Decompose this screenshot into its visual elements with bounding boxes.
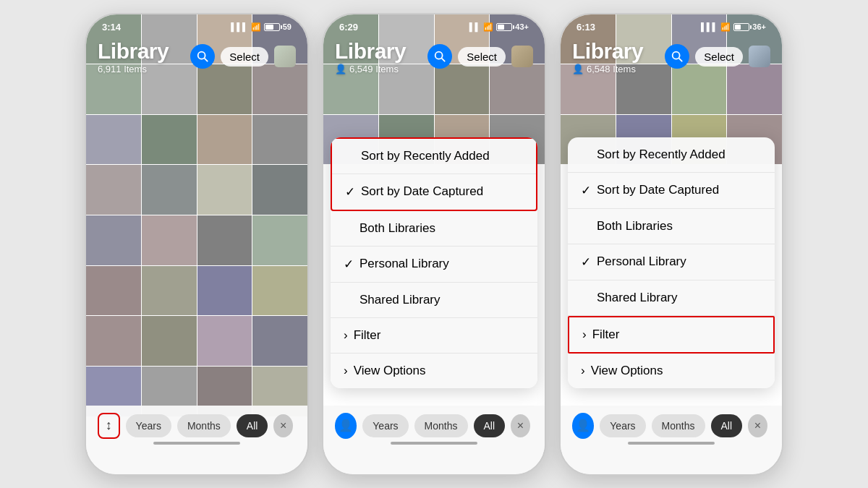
check-icon-2d: ✓ [344, 257, 354, 272]
status-bar-1: 3:14 ▌▌▌ 📶 59 [86, 14, 307, 35]
svg-point-0 [198, 52, 205, 59]
tab-all-1[interactable]: All [237, 414, 268, 437]
dropdown-menu-2: Sort by Recently Added ✓ Sort by Date Ca… [331, 137, 537, 388]
library-title-2: Library [335, 39, 406, 64]
battery-icon-2 [496, 23, 512, 31]
tab-all-3[interactable]: All [711, 414, 743, 437]
menu-sort-recently-2[interactable]: Sort by Recently Added [332, 139, 536, 174]
signal-icon-1: ▌▌▌ [231, 22, 247, 31]
check-icon-3d: ✓ [581, 254, 591, 270]
select-button-1[interactable]: Select [221, 47, 268, 67]
title-block-3: Library 👤 6,548 Items [572, 39, 643, 74]
search-icon-2 [433, 50, 446, 63]
wifi-icon-1: 📶 [251, 22, 261, 32]
item-count-3: 👤 6,548 Items [572, 64, 643, 74]
tab-years-2[interactable]: Years [362, 414, 408, 437]
menu-sort-date-3[interactable]: ✓ Sort by Date Captured [568, 173, 775, 209]
bottom-toolbar-1: ↕ Years Months All × [86, 406, 307, 474]
tab-months-3[interactable]: Months [652, 414, 705, 437]
highlight-group-3: › Filter [568, 316, 775, 354]
menu-shared-library-2[interactable]: Shared Library [331, 283, 537, 318]
search-icon-3 [671, 50, 684, 63]
toolbar-inner-1: ↕ Years Months All × [86, 406, 307, 442]
menu-sort-date-2[interactable]: ✓ Sort by Date Captured [332, 174, 536, 210]
tab-months-2[interactable]: Months [414, 414, 468, 437]
menu-filter-2[interactable]: › Filter [331, 318, 537, 354]
avatar-2 [511, 46, 533, 67]
battery-icon-3 [733, 23, 749, 31]
menu-both-libraries-2[interactable]: Both Libraries [331, 211, 537, 247]
menu-both-libraries-3[interactable]: Both Libraries [568, 209, 775, 244]
menu-filter-3[interactable]: › Filter [569, 317, 773, 352]
bottom-toolbar-2: 👤 Years Months All × [323, 406, 545, 474]
header-actions-3: Select [665, 44, 770, 69]
avatar-1 [274, 46, 296, 67]
svg-line-3 [442, 59, 446, 62]
time-1: 3:14 [102, 22, 121, 33]
close-button-3[interactable]: × [748, 414, 767, 437]
search-icon-1 [196, 50, 209, 63]
phone-1: 3:14 ▌▌▌ 📶 59 Library 6,911 Items [85, 13, 309, 476]
tab-years-3[interactable]: Years [600, 414, 645, 437]
tab-months-1[interactable]: Months [177, 414, 231, 437]
search-button-1[interactable] [190, 44, 215, 69]
menu-personal-library-3[interactable]: ✓ Personal Library [568, 244, 775, 281]
close-button-2[interactable]: × [511, 414, 530, 437]
battery-pct-3: 36+ [752, 22, 766, 31]
menu-view-options-2[interactable]: › View Options [331, 354, 537, 388]
phone-3: 6:13 ▌▌▌ 📶 36+ Library 👤 6,548 Items [559, 13, 783, 476]
select-button-3[interactable]: Select [695, 47, 743, 67]
title-block-2: Library 👤 6,549 Items [335, 39, 406, 74]
title-block-1: Library 6,911 Items [98, 39, 169, 74]
toolbar-inner-2: 👤 Years Months All × [323, 406, 545, 442]
close-button-1[interactable]: × [273, 414, 293, 437]
status-bar-2: 6:29 ▌▌ 📶 43+ [323, 14, 545, 35]
wifi-icon-2: 📶 [483, 22, 493, 32]
search-button-2[interactable] [427, 44, 452, 69]
sort-recently-label-2: Sort by Recently Added [361, 149, 490, 163]
home-indicator-3 [628, 442, 715, 445]
view-options-label-3: View Options [591, 364, 663, 378]
status-bar-3: 6:13 ▌▌▌ 📶 36+ [561, 14, 782, 35]
select-button-2[interactable]: Select [458, 47, 506, 67]
tab-all-2[interactable]: All [474, 414, 506, 437]
item-count-2: 👤 6,549 Items [335, 64, 406, 74]
dropdown-menu-3: Sort by Recently Added ✓ Sort by Date Ca… [568, 137, 775, 388]
header-row-3: Library 👤 6,548 Items Select [572, 39, 770, 74]
phone-2: 6:29 ▌▌ 📶 43+ Library 👤 6,549 Items [322, 13, 546, 476]
personal-library-label-2: Personal Library [359, 257, 449, 271]
svg-point-2 [435, 52, 443, 59]
status-icons-2: ▌▌ 📶 43+ [469, 22, 529, 32]
sort-button-1[interactable]: ↕ [98, 413, 120, 439]
status-icons-3: ▌▌▌ 📶 36+ [701, 22, 766, 32]
menu-shared-library-3[interactable]: Shared Library [568, 281, 775, 316]
library-title-1: Library [98, 39, 169, 64]
view-options-label-2: View Options [354, 364, 426, 378]
phone-header-3: Library 👤 6,548 Items Select [561, 35, 782, 74]
menu-view-options-3[interactable]: › View Options [568, 354, 775, 388]
header-row-1: Library 6,911 Items Select [98, 39, 296, 74]
svg-line-1 [205, 59, 208, 62]
sort-date-label-3: Sort by Date Captured [597, 183, 719, 197]
signal-icon-2: ▌▌ [469, 22, 481, 31]
tab-years-1[interactable]: Years [126, 414, 171, 437]
both-libraries-label-2: Both Libraries [359, 221, 435, 236]
sort-recently-label-3: Sort by Recently Added [597, 147, 726, 162]
chevron-icon-filter-2: › [344, 328, 348, 343]
avatar-3 [749, 46, 770, 67]
menu-personal-library-2[interactable]: ✓ Personal Library [331, 247, 537, 283]
personal-library-label-3: Personal Library [597, 254, 686, 269]
home-indicator-2 [391, 442, 477, 445]
wifi-icon-3: 📶 [720, 22, 731, 32]
chevron-icon-view-2: › [344, 364, 348, 378]
shared-button-2[interactable]: 👤 [335, 413, 357, 439]
library-title-3: Library [572, 39, 643, 64]
time-2: 6:29 [339, 22, 358, 33]
battery-pct-2: 43+ [515, 22, 529, 31]
search-button-3[interactable] [665, 44, 689, 69]
battery-pct-1: 59 [283, 22, 292, 31]
menu-sort-recently-3[interactable]: Sort by Recently Added [568, 137, 775, 173]
status-icons-1: ▌▌▌ 📶 59 [231, 22, 292, 32]
shared-button-3[interactable]: 👤 [572, 413, 594, 439]
sort-date-label-2: Sort by Date Captured [361, 184, 483, 199]
